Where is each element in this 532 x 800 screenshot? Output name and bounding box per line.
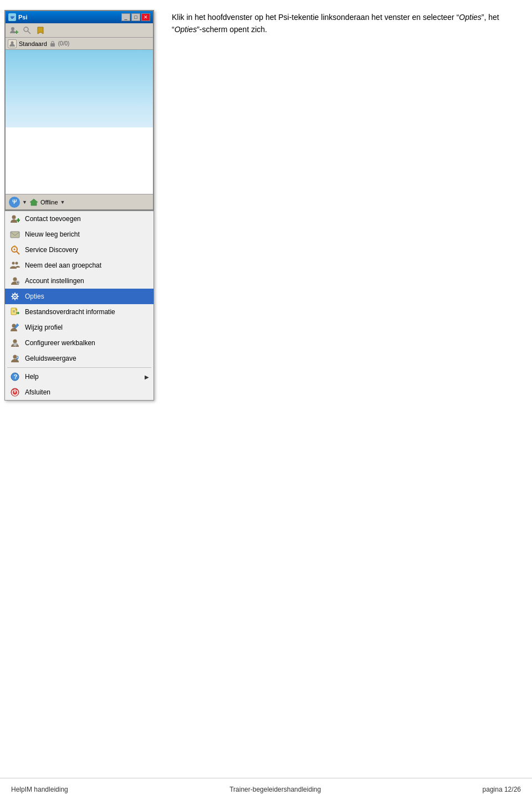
menu-item-geluidsweergave[interactable]: Geluidsweergave (5, 351, 154, 366)
afsluiten-svg (10, 387, 20, 397)
contact-area (6, 50, 153, 194)
menu-item-bestandsoverdracht[interactable]: Bestandsoverdracht informatie (5, 304, 154, 320)
menu-label-groepchat: Neem deel aan groepchat (25, 261, 101, 269)
instruction-opties2: Opties (175, 25, 197, 34)
menu-label-geluidsweergave: Geluidsweergave (25, 355, 76, 362)
svg-text:?: ? (14, 373, 18, 380)
envelope-svg (10, 229, 20, 239)
menu-label-nieuw-bericht: Nieuw leeg bericht (25, 230, 80, 238)
svg-point-0 (11, 27, 14, 30)
status-arrow[interactable]: ▼ (22, 199, 27, 205)
toolbar-bookmark[interactable] (34, 25, 47, 36)
title-bar: Ψ Psi _ □ ✕ (6, 11, 153, 23)
left-panel: Ψ Psi _ □ ✕ (0, 6, 161, 405)
psi-icon: Ψ (8, 13, 16, 21)
svg-point-15 (12, 262, 15, 265)
svg-point-16 (16, 262, 18, 265)
instruction-opties1: Opties (459, 13, 481, 22)
geluidsweergave-svg (10, 353, 20, 363)
menu-item-nieuw-bericht[interactable]: Nieuw leeg bericht (5, 227, 154, 242)
menu-item-afsluiten[interactable]: Afsluiten (5, 384, 154, 400)
svg-point-3 (24, 27, 28, 32)
window-title: Psi (18, 14, 28, 20)
psi-toolbar (6, 23, 153, 38)
title-bar-buttons: _ □ ✕ (121, 13, 150, 21)
lock-icon (49, 40, 56, 47)
menu-label-wijzig-profiel: Wijzig profiel (25, 324, 63, 331)
close-button[interactable]: ✕ (141, 13, 150, 21)
menu-label-configureer-werkbalken: Configureer werkbalken (25, 339, 95, 347)
minimize-button[interactable]: _ (121, 13, 130, 21)
account-bar: Standaard (0/0) (6, 38, 153, 50)
menu-label-bestandsoverdracht: Bestandsoverdracht informatie (25, 308, 115, 316)
help-submenu-arrow: ▶ (145, 374, 149, 380)
psi-logo-button[interactable]: Ψ (9, 197, 20, 208)
status-dropdown-arrow[interactable]: ▼ (60, 199, 65, 205)
menu-item-help[interactable]: ? Help ▶ (5, 369, 154, 384)
menu-item-opties[interactable]: Opties (5, 289, 154, 304)
add-contact-icon (9, 26, 18, 35)
svg-point-17 (13, 278, 17, 281)
werkbalken-icon (9, 337, 21, 348)
menu-label-contact-toevoegen: Contact toevoegen (25, 215, 81, 223)
werkbalken-svg (10, 338, 20, 348)
context-menu: Contact toevoegen Nieuw leeg bericht (4, 211, 154, 401)
menu-label-opties: Opties (25, 293, 44, 300)
page-footer: HelpIM handleiding Trainer-begeleidersha… (0, 778, 532, 800)
toolbar-search[interactable] (21, 25, 33, 36)
footer-page-number: pagina 12/26 (483, 786, 521, 793)
account-label: Standaard (19, 40, 47, 47)
menu-label-help: Help (25, 373, 39, 381)
contact-add-icon (9, 213, 21, 224)
group-icon (9, 260, 21, 271)
svg-rect-6 (50, 43, 55, 47)
title-bar-left: Ψ Psi (8, 13, 28, 21)
account-settings-icon (9, 275, 21, 286)
afsluiten-icon (9, 387, 21, 398)
opties-svg (10, 291, 20, 301)
footer-title: HelpIM handleiding (11, 786, 68, 793)
menu-label-service-discovery: Service Discovery (25, 246, 78, 254)
svg-point-27 (13, 340, 17, 343)
footer-subtitle: Trainer-begeleidershandleiding (229, 786, 321, 793)
contact-area-white (6, 127, 153, 194)
page-content: Ψ Psi _ □ ✕ (0, 0, 532, 405)
menu-item-configureer-werkbalken[interactable]: Configureer werkbalken (5, 335, 154, 351)
svg-point-13 (14, 249, 16, 250)
wijzig-profiel-svg (10, 322, 20, 332)
menu-label-account-instellingen: Account instellingen (25, 277, 84, 285)
wijzig-profiel-icon (9, 322, 21, 333)
opties-icon (9, 291, 21, 302)
envelope-icon (9, 229, 21, 240)
help-icon: ? (9, 371, 21, 382)
account-icon (8, 39, 17, 48)
account-person-icon (9, 40, 16, 47)
svg-line-4 (28, 31, 30, 34)
help-svg: ? (10, 372, 20, 382)
search-icon (23, 26, 32, 35)
instruction-text-part3: ”-scherm opent zich. (197, 25, 267, 34)
instruction-paragraph: Klik in het hoofdvenster op het Psi-teke… (172, 11, 521, 36)
menu-item-help-left: ? Help (9, 371, 39, 382)
menu-item-wijzig-profiel[interactable]: Wijzig profiel (5, 320, 154, 335)
menu-item-contact-toevoegen[interactable]: Contact toevoegen (5, 211, 154, 227)
account-count: (0/0) (58, 40, 70, 47)
menu-item-service-discovery[interactable]: Service Discovery (5, 242, 154, 258)
bestandsoverdracht-icon (9, 306, 21, 317)
service-discovery-svg (10, 245, 20, 255)
house-icon (29, 198, 38, 207)
svg-marker-7 (30, 199, 38, 206)
svg-point-28 (13, 355, 17, 359)
group-svg (10, 260, 20, 270)
svg-rect-11 (11, 232, 19, 238)
status-text: Offline (40, 199, 58, 206)
svg-point-8 (12, 216, 16, 219)
toolbar-add-contact[interactable] (8, 25, 20, 36)
maximize-button[interactable]: □ (131, 13, 140, 21)
psi-statusbar: Ψ ▼ Offline ▼ (6, 194, 153, 209)
svg-line-14 (17, 252, 19, 254)
svg-point-22 (14, 296, 16, 298)
menu-item-account-instellingen[interactable]: Account instellingen (5, 273, 154, 289)
contact-add-svg (10, 214, 20, 224)
menu-item-groepchat[interactable]: Neem deel aan groepchat (5, 258, 154, 273)
